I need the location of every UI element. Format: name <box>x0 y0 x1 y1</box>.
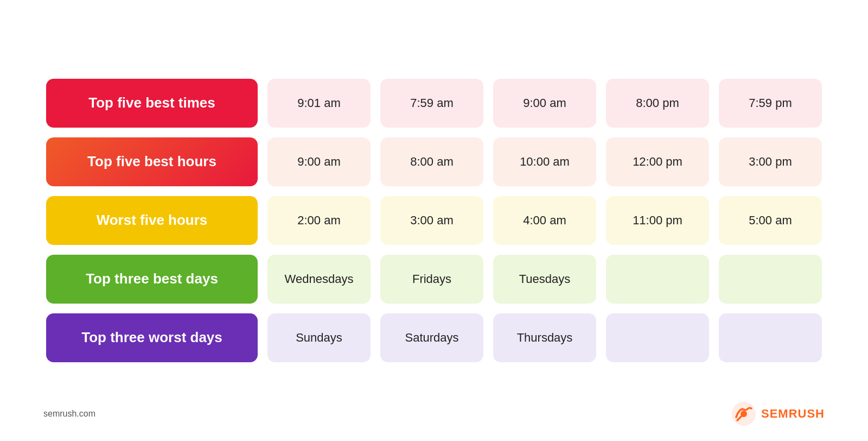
cell-value-row-2-1: 9:00 am <box>297 155 341 169</box>
semrush-icon <box>732 402 756 426</box>
data-cell-row-2-3: 10:00 am <box>493 137 596 186</box>
main-table: Top five best times9:01 am7:59 am9:00 am… <box>3 57 865 384</box>
data-cell-row-4-3: Tuesdays <box>493 255 596 304</box>
data-cell-row-3-2: 3:00 am <box>380 196 483 245</box>
cell-value-row-2-4: 12:00 pm <box>633 155 682 169</box>
cell-value-row-3-3: 4:00 am <box>523 213 566 228</box>
row-row-1: Top five best times9:01 am7:59 am9:00 am… <box>46 79 822 128</box>
cell-value-row-5-3: Thursdays <box>517 331 573 345</box>
data-cell-row-5-5 <box>719 313 822 362</box>
data-cell-row-3-5: 5:00 am <box>719 196 822 245</box>
cell-value-row-2-2: 8:00 am <box>410 155 454 169</box>
cell-value-row-3-1: 2:00 am <box>297 213 341 228</box>
row-row-3: Worst five hours2:00 am3:00 am4:00 am11:… <box>46 196 822 245</box>
label-text-row-5: Top three worst days <box>81 329 222 347</box>
cell-value-row-1-3: 9:00 am <box>523 96 566 110</box>
data-cell-row-4-4 <box>606 255 709 304</box>
footer: semrush.com SEMRUSH <box>43 402 825 426</box>
data-cell-row-5-3: Thursdays <box>493 313 596 362</box>
row-row-2: Top five best hours9:00 am8:00 am10:00 a… <box>46 137 822 186</box>
row-row-5: Top three worst daysSundaysSaturdaysThur… <box>46 313 822 362</box>
label-text-row-3: Worst five hours <box>97 211 208 230</box>
data-cell-row-3-1: 2:00 am <box>267 196 371 245</box>
semrush-brand-text: SEMRUSH <box>761 407 825 421</box>
data-cell-row-1-4: 8:00 pm <box>606 79 709 128</box>
cell-value-row-3-2: 3:00 am <box>410 213 454 228</box>
data-cell-row-1-1: 9:01 am <box>267 79 371 128</box>
cell-value-row-4-3: Tuesdays <box>519 272 571 286</box>
data-cell-row-4-5 <box>719 255 822 304</box>
data-cell-row-4-1: Wednesdays <box>267 255 371 304</box>
data-cell-row-1-3: 9:00 am <box>493 79 596 128</box>
cell-value-row-5-2: Saturdays <box>405 331 458 345</box>
data-cell-row-1-2: 7:59 am <box>380 79 483 128</box>
label-row-2: Top five best hours <box>46 137 258 186</box>
cell-value-row-2-3: 10:00 am <box>520 155 570 169</box>
cell-value-row-3-4: 11:00 pm <box>633 213 682 228</box>
data-cell-row-4-2: Fridays <box>380 255 483 304</box>
data-cell-row-3-3: 4:00 am <box>493 196 596 245</box>
label-row-5: Top three worst days <box>46 313 258 362</box>
data-cell-row-2-4: 12:00 pm <box>606 137 709 186</box>
row-row-4: Top three best daysWednesdaysFridaysTues… <box>46 255 822 304</box>
data-cell-row-1-5: 7:59 pm <box>719 79 822 128</box>
label-row-3: Worst five hours <box>46 196 258 245</box>
data-cell-row-5-4 <box>606 313 709 362</box>
data-cell-row-5-1: Sundays <box>267 313 371 362</box>
cell-value-row-2-5: 3:00 pm <box>749 155 792 169</box>
footer-url: semrush.com <box>43 409 95 419</box>
cell-value-row-4-2: Fridays <box>412 272 451 286</box>
data-cell-row-2-5: 3:00 pm <box>719 137 822 186</box>
cell-value-row-5-1: Sundays <box>296 331 342 345</box>
label-row-4: Top three best days <box>46 255 258 304</box>
data-cell-row-3-4: 11:00 pm <box>606 196 709 245</box>
cell-value-row-3-5: 5:00 am <box>749 213 792 228</box>
data-cell-row-5-2: Saturdays <box>380 313 483 362</box>
data-cell-row-2-2: 8:00 am <box>380 137 483 186</box>
semrush-logo: SEMRUSH <box>732 402 825 426</box>
cell-value-row-1-4: 8:00 pm <box>636 96 679 110</box>
label-text-row-2: Top five best hours <box>87 153 216 171</box>
data-cell-row-2-1: 9:00 am <box>267 137 371 186</box>
cell-value-row-4-1: Wednesdays <box>285 272 354 286</box>
cell-value-row-1-1: 9:01 am <box>297 96 341 110</box>
label-text-row-1: Top five best times <box>88 94 215 112</box>
cell-value-row-1-2: 7:59 am <box>410 96 454 110</box>
cell-value-row-1-5: 7:59 pm <box>749 96 792 110</box>
label-row-1: Top five best times <box>46 79 258 128</box>
label-text-row-4: Top three best days <box>86 270 218 288</box>
